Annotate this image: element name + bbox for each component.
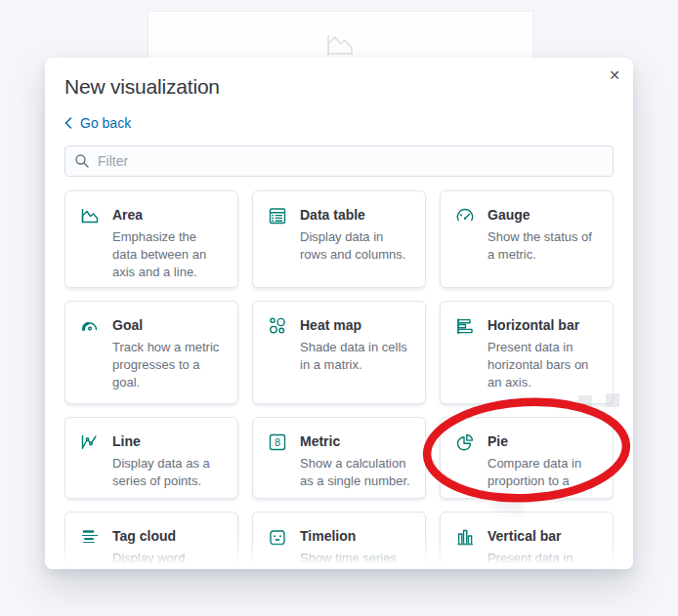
viz-card-title: Area xyxy=(112,204,224,226)
line-chart-icon xyxy=(79,431,101,453)
viz-card-description: Present data in vertical bars on an axis… xyxy=(487,550,599,565)
new-visualization-modal: ✕ New visualization Go back Area Emphasi… xyxy=(45,58,633,569)
horizontal-bar-icon xyxy=(454,315,476,337)
viz-card-title: Timelion xyxy=(300,525,411,547)
pie-chart-icon xyxy=(454,431,476,453)
data-table-icon xyxy=(267,205,288,226)
viz-card-timelion[interactable]: Timelion Show time series data on a grap… xyxy=(252,512,426,565)
go-back-link[interactable]: Go back xyxy=(64,115,131,131)
viz-card-title: Metric xyxy=(300,431,411,452)
viz-card-description: Display data in rows and columns. xyxy=(300,228,411,264)
viz-card-line[interactable]: Line Display data as a series of points. xyxy=(64,417,238,499)
gauge-icon xyxy=(454,205,476,226)
metric-icon: 8 xyxy=(267,431,288,453)
search-box xyxy=(64,145,614,177)
vertical-bar-icon xyxy=(454,526,476,548)
viz-card-description: Track how a metric progresses to a goal. xyxy=(112,339,224,391)
go-back-label: Go back xyxy=(80,115,131,131)
area-chart-icon xyxy=(79,205,101,226)
viz-card-gauge[interactable]: Gauge Show the status of a metric. xyxy=(440,190,614,288)
modal-title: New visualization xyxy=(64,75,614,99)
viz-card-title: Goal xyxy=(112,314,224,336)
goal-icon xyxy=(79,315,101,337)
screen: ✕ New visualization Go back Area Emphasi… xyxy=(0,0,678,616)
viz-card-title: Line xyxy=(112,431,224,452)
viz-card-title: Horizontal bar xyxy=(487,314,599,336)
chevron-left-icon xyxy=(64,117,72,129)
viz-card-description: Show time series data on a graph. xyxy=(300,550,411,565)
viz-card-description: Compare data in proportion to a whole. xyxy=(487,455,599,499)
viz-card-area[interactable]: Area Emphasize the data between an axis … xyxy=(64,190,238,288)
visualization-type-grid: Area Emphasize the data between an axis … xyxy=(64,190,614,565)
tag-cloud-icon xyxy=(79,526,101,548)
viz-card-description: Present data in horizontal bars on an ax… xyxy=(487,339,599,391)
viz-card-vertical-bar[interactable]: Vertical bar Present data in vertical ba… xyxy=(440,512,614,565)
timelion-icon xyxy=(267,526,288,548)
close-icon[interactable]: ✕ xyxy=(604,64,625,86)
viz-card-heat-map[interactable]: Heat map Shade data in cells in a matrix… xyxy=(252,301,426,404)
viz-card-description: Shade data in cells in a matrix. xyxy=(300,339,411,374)
viz-card-horizontal-bar[interactable]: Horizontal bar Present data in horizonta… xyxy=(440,301,614,404)
viz-card-description: Display word frequency with font size. xyxy=(112,550,224,565)
viz-card-title: Vertical bar xyxy=(487,525,599,547)
viz-card-metric[interactable]: 8 Metric Show a calculation as a single … xyxy=(252,417,426,499)
viz-card-goal[interactable]: Goal Track how a metric progresses to a … xyxy=(64,301,238,404)
metric-icon-digit: 8 xyxy=(275,436,280,448)
viz-card-tag-cloud[interactable]: Tag cloud Display word frequency with fo… xyxy=(64,512,238,565)
viz-card-description: Show a calculation as a single number. xyxy=(300,455,411,490)
viz-card-title: Tag cloud xyxy=(112,525,224,547)
heat-map-icon xyxy=(267,315,288,337)
viz-card-description: Display data as a series of points. xyxy=(112,455,224,490)
viz-card-title: Heat map xyxy=(300,314,411,336)
viz-card-title: Pie xyxy=(487,431,599,452)
viz-card-pie[interactable]: Pie Compare data in proportion to a whol… xyxy=(440,417,614,499)
viz-card-title: Gauge xyxy=(487,204,599,226)
viz-card-data-table[interactable]: Data table Display data in rows and colu… xyxy=(252,190,426,288)
viz-card-description: Show the status of a metric. xyxy=(487,228,599,264)
viz-card-description: Emphasize the data between an axis and a… xyxy=(112,228,224,281)
viz-card-title: Data table xyxy=(300,204,411,226)
filter-search-input[interactable] xyxy=(64,145,614,177)
